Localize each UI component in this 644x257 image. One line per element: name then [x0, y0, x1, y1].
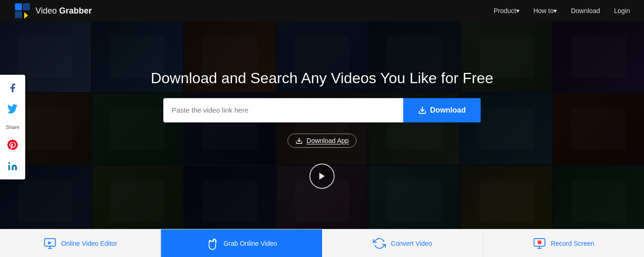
hero-content: Download and Search Any Videos You Like … [0, 70, 644, 189]
tab-grab-online-label: Grab Online Video [224, 240, 277, 247]
hero-section: Download and Search Any Videos You Like … [0, 21, 644, 236]
linkedin-icon[interactable] [6, 160, 19, 173]
download-app-icon [295, 137, 303, 144]
svg-point-16 [538, 241, 541, 244]
twitter-icon[interactable] [6, 103, 19, 116]
nav-product[interactable]: Product▾ [494, 7, 519, 14]
tab-online-video-editor[interactable]: Online Video Editor [0, 229, 161, 257]
play-video-button[interactable] [309, 164, 335, 189]
video-url-input[interactable] [163, 98, 403, 122]
grab-online-icon [206, 237, 219, 250]
hero-title: Download and Search Any Videos You Like … [151, 70, 493, 87]
svg-rect-3 [23, 3, 30, 10]
play-icon [317, 171, 327, 181]
social-sidebar: Share [0, 75, 25, 179]
download-video-button[interactable]: Download [403, 98, 481, 122]
tab-grab-online-video[interactable]: Grab Online Video [161, 229, 322, 257]
share-label: Share [6, 124, 19, 130]
svg-rect-2 [15, 11, 22, 18]
download-app-link[interactable]: Download App [287, 134, 357, 148]
logo[interactable]: Video Grabber [14, 2, 92, 19]
logo-text: Video Grabber [35, 6, 92, 16]
pinterest-icon[interactable] [6, 138, 19, 151]
tab-convert-label: Convert Video [391, 240, 432, 247]
svg-rect-1 [15, 3, 22, 10]
facebook-icon[interactable] [6, 81, 19, 94]
navbar: Video Grabber Product▾ How to▾ Download … [0, 0, 644, 21]
logo-icon [14, 2, 31, 19]
tab-record-screen[interactable]: Record Screen [483, 229, 644, 257]
tab-video-editor-label: Online Video Editor [61, 240, 117, 247]
tab-record-label: Record Screen [551, 240, 594, 247]
search-bar: Download [163, 98, 481, 122]
online-video-editor-icon [43, 237, 56, 250]
nav-howto[interactable]: How to▾ [533, 7, 557, 14]
nav-login[interactable]: Login [614, 7, 630, 14]
download-icon [418, 106, 427, 114]
download-app-label: Download App [307, 137, 349, 144]
svg-marker-8 [319, 172, 325, 179]
record-screen-icon [533, 237, 546, 250]
footer-tabs: Online Video Editor Grab Online Video Co… [0, 229, 644, 257]
navbar-links: Product▾ How to▾ Download Login [494, 7, 630, 14]
nav-download[interactable]: Download [571, 7, 600, 14]
convert-video-icon [373, 237, 386, 250]
svg-marker-12 [48, 241, 51, 244]
svg-point-5 [8, 162, 10, 164]
tab-convert-video[interactable]: Convert Video [322, 229, 483, 257]
